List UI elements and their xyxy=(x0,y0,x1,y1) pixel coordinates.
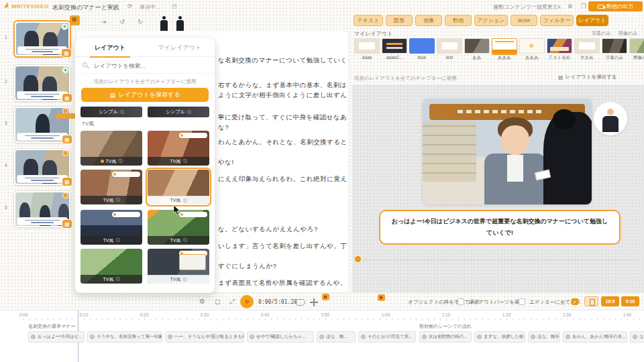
apply-all-chapters-link[interactable]: 現在のレイアウトを全てのチャプターに適用 xyxy=(75,78,215,85)
script-line[interactable]: まず表面見て名前や所属を確認するんや。 xyxy=(218,279,347,288)
layout-template-tv-8[interactable]: TV風ⓘ xyxy=(148,249,209,284)
preview-progress-line[interactable] xyxy=(363,259,639,260)
scene-card-4[interactable]: 4 ▦ xyxy=(13,148,71,186)
regenerate-icon[interactable]: ✦ xyxy=(61,23,68,30)
history-clock-icon[interactable]: ◷ xyxy=(172,3,177,9)
translate-icon[interactable]: 文A xyxy=(553,4,561,11)
media-preview-icon[interactable] xyxy=(295,299,305,306)
saved-layout-item-selected[interactable]: あああ xyxy=(492,38,517,61)
regenerate-icon[interactable]: ✦ xyxy=(62,66,69,74)
globe-icon[interactable]: ⊕ xyxy=(568,3,573,9)
saved-layout-item[interactable]: あああ xyxy=(519,38,545,61)
toggle-layout-parts-checkbox[interactable] xyxy=(519,298,525,305)
tab-layout[interactable]: レイアウト xyxy=(75,38,145,56)
character-1-icon[interactable] xyxy=(160,16,168,31)
save-layout-button[interactable]: ▤ レイアウトを保存する xyxy=(81,88,209,102)
layout-template-tv-2[interactable]: TV風ⓘ xyxy=(148,131,209,166)
bulk-content-edit-label[interactable]: 連動コンテンツ一括変更 xyxy=(493,3,553,11)
scene-layout-button[interactable]: ▦ xyxy=(62,177,72,186)
layout-template-tv-5[interactable]: TV風ⓘ xyxy=(80,210,142,245)
undo-icon[interactable]: ↺ xyxy=(119,18,125,25)
ratio-16-9-button[interactable]: 16:9 xyxy=(601,296,619,306)
saved-layout-item[interactable]: test xyxy=(437,38,462,60)
scene-card-1[interactable]: 1 ✦ ▦ xyxy=(13,20,71,58)
scene-card-3[interactable]: 3 ▦ xyxy=(13,106,71,143)
saved-layout-item[interactable]: 画像のみ xyxy=(629,38,644,61)
saved-layout-item[interactable]: blue xyxy=(409,38,435,60)
saved-layout-item[interactable]: ああ xyxy=(464,38,490,61)
timeline-segment[interactable]: まずな、挨拶した後... xyxy=(474,331,525,343)
scene-layout-button[interactable]: ▦ xyxy=(61,48,72,58)
book-icon[interactable]: ❐ xyxy=(581,3,586,9)
layout-popup-anchor-button[interactable] xyxy=(70,15,80,25)
chapter-title-2[interactable]: 初対面のシーンでの流れ xyxy=(419,323,472,330)
tab-filter[interactable]: フィルター xyxy=(540,15,574,26)
tab-action[interactable]: アクション xyxy=(474,15,508,26)
saved-layout-item[interactable]: テスト会社 xyxy=(547,38,572,61)
tab-video[interactable]: 動画 xyxy=(445,15,472,26)
save-layout-link-right[interactable]: ▤ レイアウトを保存する xyxy=(558,74,617,80)
stop-icon[interactable]: ◻ xyxy=(215,298,220,305)
script-line[interactable]: な名刺交換のマナーについて勉強していく xyxy=(218,56,347,65)
tab-images[interactable]: 画像 xyxy=(415,15,442,26)
timeline[interactable]: 0:00 0:10 0:20 0:30 0:40 0:50 1:00 1:10 … xyxy=(0,310,644,362)
preview-resize-handle[interactable] xyxy=(378,294,385,301)
ratio-9-16-button[interactable]: 9:16 xyxy=(621,296,639,306)
device-preview-button[interactable] xyxy=(584,296,598,306)
tab-text[interactable]: テキスト xyxy=(354,15,383,26)
scene-layout-button[interactable]: ▦ xyxy=(62,219,72,229)
saved-layout-item[interactable]: aaaa xyxy=(354,38,380,60)
timeline-segment[interactable]: 次は初対面の時の... xyxy=(419,331,472,343)
timeline-segment[interactable]: せやで!確認したらちゃ... xyxy=(247,331,314,343)
script-line[interactable]: にええ印象与えられるわ。これ絶対に覚え xyxy=(218,175,347,184)
script-line[interactable]: 寧に受け取って、すぐに中身を確認せなあ xyxy=(218,113,347,122)
fullscreen-icon[interactable]: ⤢ xyxy=(229,298,235,306)
video-frame[interactable] xyxy=(423,99,592,204)
saved-layout-item[interactable]: 字幕のみ xyxy=(602,38,627,61)
tab-layout-active[interactable]: レイアウト xyxy=(576,15,608,26)
scene-card-2[interactable]: 2 ✦ ▦ xyxy=(13,64,71,102)
layout-template-simple-1[interactable]: シンプルⓘ xyxy=(80,107,142,117)
saved-layout-item[interactable]: aaaw2... xyxy=(382,38,407,60)
tab-my-layout[interactable]: マイレイアウト xyxy=(145,38,215,56)
timeline-segment[interactable]: あかん、あかん!相手の名... xyxy=(563,331,627,343)
layout-search-input[interactable] xyxy=(94,60,201,72)
scene-card-5[interactable]: 5 ▦ xyxy=(13,190,71,228)
toggle-editor-all-checkbox-checked[interactable]: ✓ xyxy=(572,298,578,305)
layout-template-tv-1[interactable]: TV風ⓘ xyxy=(80,131,142,166)
scene-layout-button[interactable]: ▦ xyxy=(62,93,72,103)
move-tool-icon[interactable] xyxy=(310,298,318,306)
chapter-title-1[interactable]: 名刺交換の基本マナー xyxy=(28,323,76,330)
preview-progress-dot[interactable] xyxy=(355,256,361,262)
skip-icon[interactable]: ⇥ xyxy=(101,18,106,25)
character-2-icon[interactable] xyxy=(176,16,184,31)
filter-image-only[interactable]: 画像のみ xyxy=(619,30,637,37)
script-line[interactable]: な。どないするんがええんやろ? xyxy=(218,225,318,234)
layout-template-tv-3[interactable]: TV風ⓘ xyxy=(80,170,142,204)
toggle-object-frames-checkbox[interactable] xyxy=(458,298,464,305)
tab-shapes[interactable]: 図形 xyxy=(386,15,413,26)
layout-template-tv-4-selected[interactable]: TV風ⓘ xyxy=(148,170,209,204)
redo-icon[interactable]: ↻ xyxy=(138,18,143,25)
subtitle-box[interactable]: おっはよー!今日はビジネスの世界で超重要な名刺交換のマナーについて勉強していくで… xyxy=(379,210,621,245)
filter-subtitle-only[interactable]: 字幕のみ xyxy=(592,30,610,37)
speaker-avatar[interactable] xyxy=(594,102,627,135)
scene-layout-button[interactable]: ▦ xyxy=(62,135,72,144)
settings-gear-icon[interactable]: ⚙ xyxy=(199,298,205,305)
timeline-segment[interactable]: おっはよー!今日はビ... xyxy=(28,331,85,343)
refresh-icon[interactable]: ⟳ xyxy=(127,3,133,9)
timeline-segment[interactable]: へー、そうなんや!受け取るときも確... xyxy=(165,331,244,343)
export-video-button[interactable]: 動画の出力 xyxy=(588,1,643,11)
layout-template-simple-2[interactable]: シンプルⓘ xyxy=(148,107,209,117)
timeline-segment[interactable]: なる... xyxy=(630,331,644,343)
script-line[interactable]: いします」言うて名刺を差し出すんや。丁 xyxy=(218,242,347,251)
apply-all-chapters-link-right[interactable]: 現在のレイアウトを全てのチャプターに適用 xyxy=(354,75,456,82)
script-line[interactable]: 右するからな。まず基本中の基本、名刺は xyxy=(218,81,347,90)
layout-template-tv-7[interactable]: TV風ⓘ xyxy=(80,249,142,284)
timeline-segment[interactable]: ほな、相手... xyxy=(528,331,560,343)
script-line[interactable]: わんとあかん。それとな、名刺交換すると xyxy=(218,138,347,147)
script-line[interactable]: ように文字が相手側向くように差し出すん xyxy=(218,91,347,100)
timeline-segment[interactable]: ほな、相... xyxy=(317,331,356,343)
play-button[interactable] xyxy=(240,295,254,308)
timeline-segment[interactable]: そのとおり!目見て笑... xyxy=(358,331,416,343)
